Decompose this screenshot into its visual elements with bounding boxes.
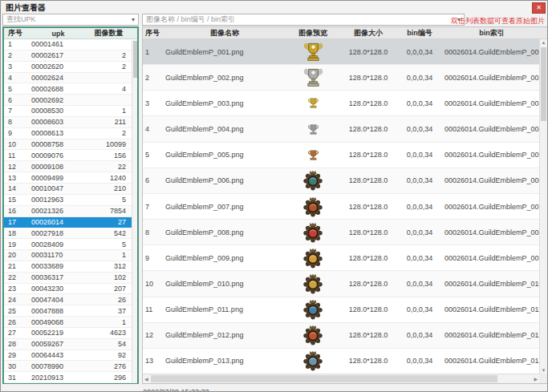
guild-emblem-icon	[302, 67, 324, 88]
bin-no: 0,0,0,34	[395, 48, 444, 56]
image-count: 211	[88, 118, 137, 126]
upk-row[interactable]: 9000086132	[4, 128, 137, 139]
upk-row[interactable]: 15000129635	[4, 195, 137, 206]
upk-value: 00064443	[28, 351, 88, 359]
upk-row[interactable]: 3120210913296	[4, 372, 137, 383]
image-count: 1	[88, 318, 137, 326]
image-row[interactable]: 1GuildEmblemP_001.png128.0*128.00,0,0,34…	[143, 39, 539, 65]
upk-row[interactable]: 290006444392	[4, 350, 137, 362]
image-count: 7854	[88, 207, 137, 215]
image-count: 207	[88, 285, 137, 293]
bin-no: 0,0,0,34	[395, 305, 444, 313]
image-count: 102	[88, 273, 137, 281]
image-row[interactable]: 6GuildEmblemP_006.png128.0*128.00,0,0,34…	[143, 168, 539, 194]
column-header-image-name: 图像名称	[165, 28, 284, 38]
scrollbar-thumb[interactable]	[151, 375, 497, 382]
upk-row[interactable]: 27000522194623	[4, 328, 137, 339]
image-preview	[284, 273, 342, 294]
scrollbar-corner	[539, 374, 547, 383]
row-index: 13	[4, 174, 28, 182]
image-row[interactable]: 2GuildEmblemP_002.png128.0*128.00,0,0,34…	[143, 65, 539, 91]
column-header-image-preview: 图像预览	[284, 28, 342, 38]
image-row[interactable]: 11GuildEmblemP_011.png128.0*128.00,0,0,3…	[143, 297, 539, 323]
scroll-down-icon[interactable]: ▼	[540, 368, 547, 373]
image-count: 2	[88, 63, 137, 71]
image-count: 1	[88, 107, 137, 115]
upk-row[interactable]: 1100009076156	[4, 150, 137, 161]
image-row[interactable]: 7GuildEmblemP_007.png128.0*128.00,0,0,34…	[143, 194, 539, 220]
image-row[interactable]: 10GuildEmblemP_010.png128.0*128.00,0,0,3…	[143, 271, 539, 297]
upk-row[interactable]: 2300043230207	[4, 284, 137, 295]
image-name: GuildEmblemP_011.png	[165, 305, 284, 313]
image-row[interactable]: 8GuildEmblemP_008.png128.0*128.00,0,0,34…	[143, 220, 539, 245]
image-preview	[284, 299, 342, 320]
scroll-up-icon[interactable]: ▲	[540, 40, 547, 45]
upk-row[interactable]: 800008603211	[4, 117, 137, 128]
upk-row[interactable]: 2000026172	[4, 51, 137, 62]
upk-row[interactable]: 7000085301	[4, 106, 137, 117]
close-button[interactable]: ✕	[532, 2, 546, 14]
image-name: GuildEmblemP_002.png	[165, 74, 284, 82]
upk-row[interactable]: 100000875810099	[4, 139, 137, 151]
row-index: 30	[4, 362, 28, 370]
row-index: 7	[4, 107, 28, 115]
image-row[interactable]: 13GuildEmblemP_013.png128.0*128.00,0,0,3…	[143, 349, 539, 374]
upk-row[interactable]: 120000910822	[4, 161, 137, 172]
row-index: 4	[143, 125, 165, 133]
upk-value: 00008530	[28, 107, 88, 115]
upk-row[interactable]: 100001461	[4, 39, 137, 51]
image-name: GuildEmblemP_001.png	[165, 48, 284, 56]
guild-emblem-icon	[302, 222, 323, 243]
upk-row[interactable]: 170002601427	[4, 217, 137, 228]
scrollbar-thumb[interactable]	[541, 47, 546, 121]
upk-row[interactable]: 20000311701	[4, 250, 137, 261]
upk-row[interactable]: 2200036317102	[4, 273, 137, 284]
upk-search-combobox[interactable]: 查找UPK ▾	[2, 14, 139, 26]
upk-row[interactable]: 3000026202	[4, 62, 137, 73]
image-count: 1	[88, 251, 137, 259]
upk-row[interactable]: 26000490681	[4, 317, 137, 328]
image-preview	[284, 123, 342, 136]
upk-row[interactable]: 1800027918542	[4, 228, 137, 239]
upk-row[interactable]: 240004740426	[4, 294, 137, 305]
image-table-vscrollbar[interactable]: ▲ ▼	[539, 39, 547, 374]
image-preview	[284, 96, 342, 110]
image-row[interactable]: 12GuildEmblemP_012.png128.0*128.00,0,0,3…	[143, 323, 539, 349]
scroll-left-icon[interactable]: ◀	[144, 376, 148, 382]
upk-row[interactable]: 2100033689312	[4, 261, 137, 273]
scroll-right-icon[interactable]: ▶	[534, 376, 538, 382]
image-count: 5	[88, 240, 137, 249]
row-index: 13	[143, 357, 165, 365]
image-row[interactable]: 9GuildEmblemP_009.png128.0*128.00,0,0,34…	[143, 245, 539, 271]
bin-index: 00026014.GuildEmblemP_007	[444, 203, 543, 211]
guild-emblem-icon	[306, 123, 320, 136]
image-table-hscrollbar[interactable]: ◀ ▶	[143, 374, 539, 383]
upk-row[interactable]: 5000026884	[4, 83, 137, 95]
upk-row[interactable]: 400002624	[4, 73, 137, 84]
upk-table-scrollbar[interactable]	[132, 40, 137, 382]
upk-row[interactable]: 250004788837	[4, 305, 137, 317]
upk-row[interactable]: 3000078990276	[4, 361, 137, 372]
image-preview	[284, 41, 342, 63]
upk-row[interactable]: 600002692	[4, 95, 137, 106]
image-preview	[284, 350, 342, 371]
row-index: 21	[4, 262, 28, 270]
scrollbar-thumb[interactable]	[133, 41, 137, 78]
upk-row[interactable]: 16000213267854	[4, 206, 137, 217]
upk-row[interactable]: 280005926754	[4, 339, 137, 350]
row-index: 31	[4, 374, 28, 382]
image-search-combobox[interactable]: 图像名称 / bin编号 / bin索引 ▾	[142, 14, 465, 26]
image-row[interactable]: 4GuildEmblemP_004.png128.0*128.00,0,0,34…	[143, 116, 539, 142]
upk-row[interactable]: 1400010047210	[4, 184, 137, 195]
row-index: 10	[4, 140, 28, 148]
row-index: 10	[143, 280, 165, 288]
image-row[interactable]: 3GuildEmblemP_003.png128.0*128.00,0,0,34…	[143, 91, 539, 116]
upk-value: 00033689	[28, 262, 88, 270]
upk-row[interactable]: 13000094991240	[4, 172, 137, 184]
upk-value: 00009108	[28, 163, 88, 171]
image-row[interactable]: 5GuildEmblemP_005.png128.0*128.00,0,0,34…	[143, 143, 539, 168]
row-index: 2	[143, 74, 165, 82]
upk-row[interactable]: 19000284095	[4, 239, 137, 250]
bin-no: 0,0,0,34	[395, 331, 444, 339]
image-count: 542	[88, 229, 137, 237]
